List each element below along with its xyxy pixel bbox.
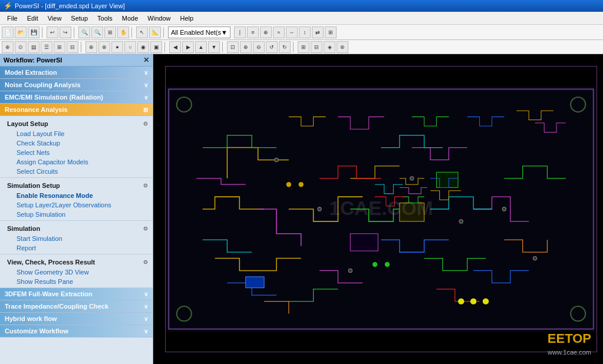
menu-item-view[interactable]: View xyxy=(43,14,67,23)
tb2-btn3[interactable]: ▤ xyxy=(28,41,39,53)
section-customize-workflow-arrow: ∨ xyxy=(144,328,148,335)
tb2-btn12[interactable]: ▣ xyxy=(150,41,162,53)
item-setup-simulation[interactable]: Setup Simulation xyxy=(0,210,153,219)
item-setup-layer2layer[interactable]: Setup Layer2Layer Observations xyxy=(0,200,153,210)
tb-extra6[interactable]: ↕ xyxy=(299,27,311,38)
tb-extra4[interactable]: ≈ xyxy=(273,27,285,38)
tb2-btn17[interactable]: ⊡ xyxy=(227,41,239,53)
section-3dfem[interactable]: 3DFEM Full-Wave Extraction ∨ xyxy=(0,288,153,300)
tb2-btn25[interactable]: ⊛ xyxy=(337,41,348,53)
toolbar-main: 📄 📂 💾 ↩ ↪ 🔍 🔍 ⊞ ✋ ↖ 📐 All Enabled Net(s … xyxy=(0,25,603,40)
new-btn[interactable]: 📄 xyxy=(2,27,14,38)
workflow-close-btn[interactable]: ✕ xyxy=(143,56,149,64)
item-report[interactable]: Report xyxy=(0,243,153,253)
section-emc-emi-label: EMC/EMI Simulation (Radiation) xyxy=(5,94,103,101)
subsection-simulation-label: Simulation xyxy=(7,225,40,232)
tb2-btn9[interactable]: ● xyxy=(111,41,123,53)
section-noise-coupling-label: Noise Coupling Analysis xyxy=(5,81,81,88)
eetop-text: EETOP xyxy=(548,331,591,346)
subsection-simulation-header[interactable]: Simulation ⊙ xyxy=(0,223,153,234)
tb2-btn15[interactable]: ▲ xyxy=(195,41,207,53)
section-resonance[interactable]: Resonance Analysis ⊞ xyxy=(0,104,153,116)
menu-item-mode[interactable]: Mode xyxy=(117,14,143,23)
section-hybrid[interactable]: Hybrid work flow ∨ xyxy=(0,313,153,325)
tb2-btn20[interactable]: ↺ xyxy=(266,41,278,53)
section-trace-impedance-label: Trace Impedance/Coupling Check xyxy=(5,303,108,310)
pcb-view[interactable]: 1CAE.COM EETOP www.1cae.com xyxy=(153,54,603,364)
item-show-results-pane[interactable]: Show Results Pane xyxy=(0,277,153,286)
tb-extra3[interactable]: ⊕ xyxy=(260,27,272,38)
tb2-btn7[interactable]: ⊕ xyxy=(85,41,97,53)
subsection-simulation-setup-arrow: ⊙ xyxy=(143,183,148,188)
subsection-layout-setup-header[interactable]: Layout Setup ⊙ xyxy=(0,118,153,129)
tb2-btn4[interactable]: ☰ xyxy=(41,41,52,53)
item-show-geometry-3d[interactable]: Show Geometry 3D View xyxy=(0,267,153,277)
sep1 xyxy=(42,27,44,38)
svg-point-18 xyxy=(410,177,414,180)
save-btn[interactable]: 💾 xyxy=(28,27,39,38)
tb2-btn5[interactable]: ⊞ xyxy=(54,41,65,53)
menu-item-file[interactable]: File xyxy=(2,14,22,23)
menu-item-help[interactable]: Help xyxy=(175,14,198,23)
open-btn[interactable]: 📂 xyxy=(15,27,27,38)
zoom-in-btn[interactable]: 🔍 xyxy=(78,27,90,38)
all-enabled-dropdown[interactable]: All Enabled Net(s ▼ xyxy=(168,27,230,38)
tb2-btn19[interactable]: ⊖ xyxy=(253,41,265,53)
subsection-view-check-header[interactable]: View, Check, Process Result ⊙ xyxy=(0,257,153,267)
tb2-btn18[interactable]: ⊕ xyxy=(240,41,252,53)
tb2-btn21[interactable]: ↻ xyxy=(279,41,291,53)
tb-extra2[interactable]: ≡ xyxy=(247,27,259,38)
section-3dfem-label: 3DFEM Full-Wave Extraction xyxy=(5,290,93,297)
section-noise-coupling[interactable]: Noise Coupling Analysis ∨ xyxy=(0,79,153,91)
workflow-header: Workflow: PowerSI ✕ xyxy=(0,54,153,67)
tb2-btn23[interactable]: ⊟ xyxy=(311,41,322,53)
menu-item-setup[interactable]: Setup xyxy=(66,14,93,23)
tb2-btn11[interactable]: ◉ xyxy=(137,41,149,53)
undo-btn[interactable]: ↩ xyxy=(47,27,58,38)
item-load-layout-file[interactable]: Load Layout File xyxy=(0,129,153,138)
tb-extra8[interactable]: ⊞ xyxy=(325,27,337,38)
tb-extra5[interactable]: ↔ xyxy=(286,27,298,38)
menu-item-edit[interactable]: Edit xyxy=(22,14,43,23)
svg-point-22 xyxy=(459,220,463,223)
subsection-simulation-setup-header[interactable]: Simulation Setup ⊙ xyxy=(0,180,153,191)
zoom-out-btn[interactable]: 🔍 xyxy=(91,27,103,38)
svg-point-12 xyxy=(373,262,377,267)
eetop-watermark: EETOP xyxy=(548,331,591,346)
tb2-btn2[interactable]: ⊙ xyxy=(15,41,27,53)
item-assign-capacitor-models[interactable]: Assign Capacitor Models xyxy=(0,157,153,167)
tb2-btn16[interactable]: ▼ xyxy=(208,41,220,53)
tb2-btn22[interactable]: ⊞ xyxy=(298,41,309,53)
redo-btn[interactable]: ↪ xyxy=(60,27,71,38)
pan-btn[interactable]: ✋ xyxy=(117,27,129,38)
section-hybrid-label: Hybrid work flow xyxy=(5,315,57,322)
item-select-nets[interactable]: Select Nets xyxy=(0,148,153,157)
svg-point-20 xyxy=(348,269,352,272)
tb2-btn14[interactable]: ▶ xyxy=(182,41,194,53)
section-trace-impedance[interactable]: Trace Impedance/Coupling Check ∨ xyxy=(0,300,153,313)
tb-extra1[interactable]: | xyxy=(234,27,246,38)
tb2-btn8[interactable]: ⊗ xyxy=(98,41,110,53)
section-model-extraction[interactable]: Model Extraction ∨ xyxy=(0,67,153,79)
zoom-fit-btn[interactable]: ⊞ xyxy=(104,27,116,38)
tb2-btn10[interactable]: ○ xyxy=(124,41,136,53)
item-start-simulation[interactable]: Start Simulation xyxy=(0,234,153,243)
svg-point-23 xyxy=(533,256,536,260)
tb2-btn6[interactable]: ⊟ xyxy=(67,41,78,53)
select-btn[interactable]: ↖ xyxy=(136,27,148,38)
tb2-btn13[interactable]: ◀ xyxy=(169,41,181,53)
item-check-stackup[interactable]: Check Stackup xyxy=(0,138,153,148)
item-enable-resonance-mode[interactable]: Enable Resonance Mode xyxy=(0,191,153,200)
section-customize-workflow[interactable]: Customize Workflow ∨ xyxy=(0,325,153,337)
tb2-btn24[interactable]: ◈ xyxy=(324,41,335,53)
tb2-btn1[interactable]: ⊕ xyxy=(2,41,14,53)
section-noise-coupling-arrow: ∨ xyxy=(144,82,148,88)
item-select-circuits[interactable]: Select Circuits xyxy=(0,167,153,176)
svg-point-13 xyxy=(385,262,390,267)
menu-item-window[interactable]: Window xyxy=(143,14,175,23)
menu-item-tools[interactable]: Tools xyxy=(93,14,117,23)
tb-extra7[interactable]: ⇄ xyxy=(312,27,324,38)
section-emc-emi[interactable]: EMC/EMI Simulation (Radiation) ∨ xyxy=(0,91,153,104)
titlebar: ⚡ PowerSI - [diff_ended.spd Layer View] xyxy=(0,0,603,12)
measure-btn[interactable]: 📐 xyxy=(149,27,161,38)
